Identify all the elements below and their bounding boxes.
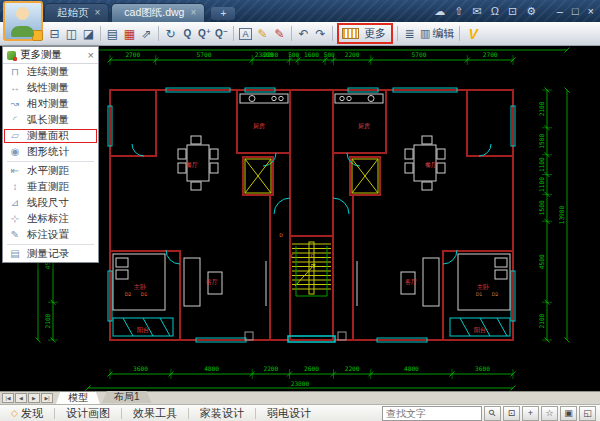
- svg-text:23800: 23800: [255, 51, 274, 58]
- undo-button[interactable]: ↶: [295, 24, 312, 44]
- zoom-out-button[interactable]: Q⁻: [213, 24, 230, 44]
- document-tab-label: 起始页: [57, 6, 89, 20]
- panel-item-coordinate-label[interactable]: ⊹坐标标注: [3, 211, 98, 227]
- minimize-icon[interactable]: –: [557, 6, 563, 17]
- document-tab[interactable]: 起始页×: [44, 3, 109, 22]
- windows-button[interactable]: ▣: [560, 406, 577, 421]
- panel-item-area-measure[interactable]: ▱测量面积: [3, 128, 98, 144]
- svg-text:F: F: [311, 254, 314, 259]
- measure-panel-icon: [7, 51, 16, 60]
- image-export-button[interactable]: ⇗: [138, 24, 155, 44]
- redo-button[interactable]: ↷: [312, 24, 329, 44]
- svg-text:厨房: 厨房: [253, 122, 265, 129]
- svg-text:3600: 3600: [475, 365, 490, 372]
- statusbar-item[interactable]: ◇发现: [0, 406, 54, 421]
- fit-screen-icon: ⊡: [508, 408, 516, 418]
- edit-button[interactable]: ▥ 编辑: [418, 26, 456, 41]
- fit-screen-button[interactable]: ⊡: [503, 406, 520, 421]
- nav-first-icon[interactable]: |◀: [2, 393, 14, 403]
- layout-tabstrip: |◀◀▶▶| 模型布局1: [0, 391, 600, 404]
- panel-item-shape-statistics[interactable]: ◉图形统计: [3, 144, 98, 160]
- chat-icon[interactable]: ✉: [472, 6, 481, 17]
- marker-annotation-button[interactable]: ✎: [271, 24, 288, 44]
- cloud-icon[interactable]: ☁: [434, 6, 445, 17]
- save-button[interactable]: ◫: [63, 24, 80, 44]
- nav-next-icon[interactable]: ▶: [28, 393, 40, 403]
- panel-item-arc-measure[interactable]: ◜弧长测量: [3, 112, 98, 128]
- new-tab-button[interactable]: +: [211, 7, 235, 20]
- arc-measure-icon: ◜: [8, 115, 22, 125]
- pdf-export-button[interactable]: ▦: [121, 24, 138, 44]
- overlay-button[interactable]: ◱: [579, 406, 596, 421]
- relative-measure-icon: ↝: [8, 99, 22, 109]
- zoom-in-icon: Q⁺: [198, 28, 211, 39]
- more-button[interactable]: 更多: [362, 26, 388, 41]
- settings-icon[interactable]: ⚙: [526, 6, 536, 17]
- save-as-button[interactable]: ◪: [80, 24, 97, 44]
- statusbar-item-label: 弱电设计: [267, 406, 311, 421]
- layers-button[interactable]: ≣: [401, 24, 418, 44]
- statusbar-item[interactable]: 弱电设计: [256, 406, 322, 421]
- crosshair-icon: +: [528, 408, 533, 418]
- panel-item-linear-measure[interactable]: ↔线性测量: [3, 80, 98, 96]
- close-icon[interactable]: ×: [588, 6, 594, 17]
- panel-item-segment-size[interactable]: ⊿线段尺寸: [3, 195, 98, 211]
- avatar[interactable]: [3, 1, 43, 41]
- area-measure-icon: ▱: [8, 131, 22, 141]
- text-annotation-button[interactable]: A: [237, 24, 254, 44]
- panel-item-continuous-measure[interactable]: ⊓连续测量: [3, 64, 98, 80]
- panel-item-horizontal-distance[interactable]: ⇤水平测距: [3, 163, 98, 179]
- svg-text:D2: D2: [492, 292, 499, 297]
- panel-item-label: 测量记录: [27, 247, 69, 261]
- tab-close-icon[interactable]: ×: [190, 8, 196, 18]
- print-button[interactable]: ▤: [104, 24, 121, 44]
- toolbar-separator: [332, 26, 333, 41]
- zoom-in-button[interactable]: Q⁺: [196, 24, 213, 44]
- avatar-badge-icon: [32, 30, 43, 41]
- edit-button-label: 编辑: [432, 26, 454, 41]
- print-icon: ▤: [107, 27, 118, 41]
- panel-item-label: 垂直测距: [27, 180, 69, 194]
- panel-item-label-settings[interactable]: ✎标注设置: [3, 227, 98, 243]
- panel-item-label: 连续测量: [27, 65, 69, 79]
- panel-title: 更多测量: [20, 48, 62, 62]
- toolbar-separator: [459, 26, 460, 41]
- linear-measure-icon: ↔: [8, 83, 22, 93]
- search-button[interactable]: ⚲: [484, 406, 501, 421]
- panel-item-label: 图形统计: [27, 145, 69, 159]
- svg-text:1500: 1500: [538, 200, 545, 215]
- statusbar-right: ⚲⊡+☆▣◱: [382, 406, 600, 421]
- svg-text:E: E: [290, 254, 293, 259]
- fullscreen-icon[interactable]: ⊡: [508, 6, 517, 17]
- svg-text:3600: 3600: [133, 365, 148, 372]
- layout-tab-model[interactable]: 模型: [56, 391, 100, 404]
- panel-item-vertical-distance[interactable]: ↕垂直测距: [3, 179, 98, 195]
- statusbar-item[interactable]: 设计画图: [55, 406, 121, 421]
- pencil-annotation-button[interactable]: ✎: [254, 24, 271, 44]
- svg-text:厨房: 厨房: [358, 122, 370, 129]
- toolbar-separator: [291, 26, 292, 41]
- brand-v-logo: V: [468, 26, 477, 42]
- maximize-icon[interactable]: □: [572, 6, 579, 17]
- document-tab[interactable]: cad图纸.dwg×: [111, 3, 205, 22]
- panel-item-measure-record[interactable]: ▤测量记录: [3, 246, 98, 262]
- search-input[interactable]: [382, 406, 482, 421]
- statusbar-item[interactable]: 效果工具: [122, 406, 188, 421]
- zoom-extents-button[interactable]: Q: [179, 24, 196, 44]
- nav-prev-icon[interactable]: ◀: [15, 393, 27, 403]
- tab-close-icon[interactable]: ×: [95, 8, 101, 18]
- layout-tab-layout1[interactable]: 布局1: [102, 391, 152, 403]
- open-button[interactable]: ⊟: [46, 24, 63, 44]
- panel-item-relative-measure[interactable]: ↝相对测量: [3, 96, 98, 112]
- svg-text:2100: 2100: [538, 313, 545, 328]
- share-icon[interactable]: ⇧: [454, 6, 463, 17]
- favorite-button[interactable]: ☆: [541, 406, 558, 421]
- crosshair-button[interactable]: +: [522, 406, 539, 421]
- panel-close-icon[interactable]: ×: [88, 50, 94, 61]
- svg-text:2100: 2100: [44, 313, 51, 328]
- headset-icon[interactable]: Ω: [491, 6, 499, 17]
- orbit-button[interactable]: ↻: [162, 24, 179, 44]
- svg-text:500: 500: [324, 51, 335, 58]
- nav-last-icon[interactable]: ▶|: [41, 393, 53, 403]
- statusbar-item[interactable]: 家装设计: [189, 406, 255, 421]
